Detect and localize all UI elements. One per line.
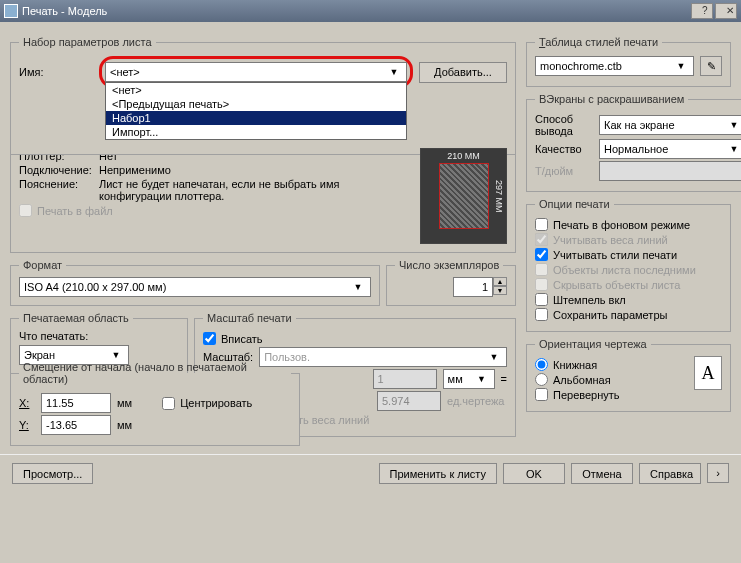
plot-options-group: Опции печати Печать в фоновом режиме Учи… bbox=[526, 198, 731, 332]
style-table-combo[interactable]: monochrome.ctb▼ bbox=[535, 56, 694, 76]
dropdown-item[interactable]: <нет> bbox=[106, 83, 406, 97]
dpi-input bbox=[599, 161, 741, 181]
sheet-params-group: Набор параметров листа Имя: <нет> ▼ <нет… bbox=[10, 36, 516, 155]
preview-button[interactable]: Просмотр... bbox=[12, 463, 93, 484]
center-label: Центрировать bbox=[180, 397, 252, 409]
scale-legend: Масштаб печати bbox=[203, 312, 296, 324]
orientation-legend: Ориентация чертежа bbox=[535, 338, 651, 350]
stamp-label: Штемпель вкл bbox=[553, 294, 626, 306]
upside-label: Перевернуть bbox=[553, 389, 620, 401]
style-table-group: Таблица стилей печати monochrome.ctb▼ ✎ bbox=[526, 36, 731, 87]
fit-checkbox[interactable] bbox=[203, 332, 216, 345]
chevron-down-icon: ▼ bbox=[108, 350, 124, 360]
port-label: Подключение: bbox=[19, 164, 93, 176]
dropdown-item[interactable]: <Предыдущая печать> bbox=[106, 97, 406, 111]
fit-label: Вписать bbox=[221, 333, 263, 345]
chevron-down-icon: ▼ bbox=[726, 120, 741, 130]
x-label: X: bbox=[19, 397, 35, 409]
shaded-legend: ВЭкраны с раскрашиванием bbox=[535, 93, 688, 105]
desc-label: Пояснение: bbox=[19, 178, 93, 190]
chevron-down-icon: ▼ bbox=[386, 67, 402, 77]
ok-button[interactable]: OK bbox=[503, 463, 565, 484]
dropdown-item[interactable]: Импорт... bbox=[106, 125, 406, 139]
scale-unit-combo[interactable]: мм▼ bbox=[443, 369, 495, 389]
landscape-label: Альбомная bbox=[553, 374, 611, 386]
preview-width-label: 210 MM bbox=[447, 151, 480, 161]
preview-page bbox=[439, 163, 489, 229]
window-title: Печать - Модель bbox=[22, 5, 107, 17]
apply-button[interactable]: Применить к листу bbox=[379, 463, 498, 484]
orientation-icon: А bbox=[694, 356, 722, 390]
port-value: Неприменимо bbox=[99, 164, 171, 176]
scale-num-input bbox=[373, 369, 437, 389]
spin-up-icon[interactable]: ▲ bbox=[493, 277, 507, 286]
paper-preview: 210 MM 297 MM bbox=[420, 148, 507, 244]
cancel-button[interactable]: Отмена bbox=[571, 463, 633, 484]
x-unit: мм bbox=[117, 397, 132, 409]
quality-label: Качество bbox=[535, 143, 593, 155]
x-input[interactable] bbox=[41, 393, 111, 413]
sheet-params-legend: Набор параметров листа bbox=[19, 36, 156, 48]
copies-input[interactable] bbox=[453, 277, 493, 297]
dropdown-item[interactable]: Набор1 bbox=[106, 111, 406, 125]
dpi-label: Т/дюйм bbox=[535, 165, 593, 177]
chevron-down-icon: ▼ bbox=[350, 282, 366, 292]
edit-style-button[interactable]: ✎ bbox=[700, 56, 722, 76]
copies-legend: Число экземпляров bbox=[395, 259, 503, 271]
help-button-footer[interactable]: Справка bbox=[639, 463, 701, 484]
shade-mode-combo[interactable]: Как на экране▼ bbox=[599, 115, 741, 135]
landscape-radio[interactable] bbox=[535, 373, 548, 386]
format-combo[interactable]: ISO A4 (210.00 x 297.00 мм)▼ bbox=[19, 277, 371, 297]
styles-checkbox[interactable] bbox=[535, 248, 548, 261]
chevron-down-icon: ▼ bbox=[726, 144, 741, 154]
portrait-radio[interactable] bbox=[535, 358, 548, 371]
add-sheet-button[interactable]: Добавить... bbox=[419, 62, 507, 83]
print-to-file-label: Печать в файл bbox=[37, 205, 113, 217]
offset-legend: Смещение от начала (начало в печатаемой … bbox=[19, 361, 291, 385]
quality-combo[interactable]: Нормальное▼ bbox=[599, 139, 741, 159]
hidepaper-checkbox bbox=[535, 278, 548, 291]
format-group: Формат ISO A4 (210.00 x 297.00 мм)▼ bbox=[10, 259, 380, 306]
copies-group: Число экземпляров ▲▼ bbox=[386, 259, 516, 306]
preview-height-label: 297 MM bbox=[494, 180, 504, 213]
portrait-label: Книжная bbox=[553, 359, 597, 371]
spin-down-icon[interactable]: ▼ bbox=[493, 286, 507, 295]
what-to-plot-label: Что печатать: bbox=[19, 330, 179, 342]
orientation-group: Ориентация чертежа Книжная Альбомная Пер… bbox=[526, 338, 731, 412]
lw-checkbox bbox=[535, 233, 548, 246]
center-checkbox[interactable] bbox=[162, 397, 175, 410]
y-unit: мм bbox=[117, 419, 132, 431]
chevron-down-icon: ▼ bbox=[673, 61, 689, 71]
save-label: Сохранить параметры bbox=[553, 309, 667, 321]
expand-button[interactable]: › bbox=[707, 463, 729, 483]
paperlast-label: Объекты листа последними bbox=[553, 264, 696, 276]
plot-area-legend: Печатаемая область bbox=[19, 312, 133, 324]
format-legend: Формат bbox=[19, 259, 66, 271]
equals-label: = bbox=[501, 373, 507, 385]
sheet-name-dropdown[interactable]: <нет> <Предыдущая печать> Набор1 Импорт.… bbox=[105, 82, 407, 140]
sheet-name-combo[interactable]: <нет> ▼ bbox=[105, 62, 407, 82]
close-button[interactable]: ✕ bbox=[715, 3, 737, 19]
stamp-checkbox[interactable] bbox=[535, 293, 548, 306]
pencil-icon: ✎ bbox=[707, 60, 716, 72]
hidepaper-label: Скрывать объекты листа bbox=[553, 279, 680, 291]
desc-value: Лист не будет напечатан, если не выбрать… bbox=[99, 178, 410, 202]
help-button[interactable]: ? bbox=[691, 3, 713, 19]
upside-checkbox[interactable] bbox=[535, 388, 548, 401]
shaded-group: ВЭкраны с раскрашиванием Способ вывода К… bbox=[526, 93, 741, 192]
y-label: Y: bbox=[19, 419, 35, 431]
style-table-legend: Таблица стилей печати bbox=[535, 36, 662, 48]
titlebar: Печать - Модель ? ✕ bbox=[0, 0, 741, 22]
offset-group: Смещение от начала (начало в печатаемой … bbox=[10, 361, 300, 446]
chevron-down-icon: ▼ bbox=[486, 352, 502, 362]
shade-mode-label: Способ вывода bbox=[535, 113, 593, 137]
save-checkbox[interactable] bbox=[535, 308, 548, 321]
paperlast-checkbox bbox=[535, 263, 548, 276]
app-icon bbox=[4, 4, 18, 18]
bg-checkbox[interactable] bbox=[535, 218, 548, 231]
print-to-file-checkbox bbox=[19, 204, 32, 217]
chevron-down-icon: ▼ bbox=[474, 374, 490, 384]
y-input[interactable] bbox=[41, 415, 111, 435]
lw-label: Учитывать веса линий bbox=[553, 234, 668, 246]
bg-label: Печать в фоновом режиме bbox=[553, 219, 690, 231]
